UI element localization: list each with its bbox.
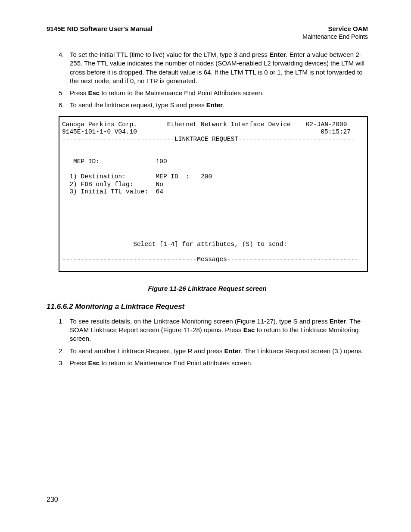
figure-caption: Figure 11-26 Linktrace Request screen bbox=[47, 285, 368, 292]
step-item: 5. Press Esc to return to the Maintenanc… bbox=[59, 89, 368, 97]
step-number: 2. bbox=[59, 347, 64, 355]
step-number: 3. bbox=[59, 359, 64, 367]
keycap: Esc bbox=[88, 89, 100, 96]
step-text: . The Linktrace Request screen (3.) open… bbox=[241, 347, 363, 355]
page-header: 9145E NID Software User's Manual Service… bbox=[47, 25, 368, 40]
term-opt2-val: No bbox=[156, 181, 163, 188]
step-number: 4. bbox=[59, 50, 64, 59]
step-text: . bbox=[223, 101, 224, 109]
terminal-screenshot: Canoga Perkins Corp. Ethernet Network In… bbox=[59, 116, 368, 272]
step-number: 5. bbox=[59, 89, 64, 97]
content-block: 4. To set the Initial TTL (time to live)… bbox=[47, 50, 368, 367]
term-mep-label: MEP ID: bbox=[73, 158, 100, 165]
keycap: Enter bbox=[206, 101, 223, 109]
keycap: Enter bbox=[330, 317, 346, 325]
term-date: 02-JAN-2009 bbox=[306, 121, 347, 128]
step-text: To send the linktrace request, type S an… bbox=[70, 101, 206, 109]
step-text: to return to the Maintenance End Point A… bbox=[100, 89, 264, 96]
term-time: 05:15:27 bbox=[321, 128, 351, 135]
step-text: Press bbox=[70, 359, 88, 367]
step-text: To set the Initial TTL (time to live) va… bbox=[70, 51, 269, 58]
term-opt3-val: 64 bbox=[156, 188, 163, 195]
term-opt3: 3) Initial TTL value: bbox=[69, 188, 148, 195]
header-right: Service OAM Maintenance End Points bbox=[302, 25, 368, 40]
term-opt2: 2) FDB only flag: bbox=[69, 181, 133, 188]
term-company: Canoga Perkins Corp. bbox=[62, 121, 137, 128]
keycap: Enter bbox=[269, 51, 286, 58]
step-item: 3. Press Esc to return to Maintenance En… bbox=[59, 359, 368, 367]
term-device: Ethernet Network Interface Device bbox=[167, 121, 291, 128]
header-section: Service OAM bbox=[302, 25, 368, 32]
term-mep-value: 100 bbox=[156, 158, 167, 165]
page-number: 230 bbox=[47, 496, 58, 504]
term-opt1-val: MEP ID : 200 bbox=[156, 173, 212, 180]
step-text: to return to Maintenance End Point attri… bbox=[100, 359, 252, 367]
step-item: 1. To see results details, on the Linktr… bbox=[59, 317, 368, 343]
step-item: 4. To set the Initial TTL (time to live)… bbox=[59, 50, 368, 85]
header-title-left: 9145E NID Software User's Manual bbox=[47, 25, 153, 40]
keycap: Enter bbox=[224, 347, 241, 355]
step-text: To see results details, on the Linktrace… bbox=[70, 317, 330, 325]
section-heading: 11.6.6.2 Monitoring a Linktrace Request bbox=[47, 302, 368, 311]
step-number: 1. bbox=[59, 317, 64, 326]
step-text: Press bbox=[70, 89, 88, 96]
step-text: To send another Linktrace Request, type … bbox=[70, 347, 224, 355]
term-msg-line: ------------------------------------Mess… bbox=[62, 256, 358, 263]
step-item: 2. To send another Linktrace Request, ty… bbox=[59, 347, 368, 355]
term-opt1: 1) Destination: bbox=[69, 173, 126, 180]
steps-list-b: 1. To see results details, on the Linktr… bbox=[47, 317, 368, 367]
steps-list-a: 4. To set the Initial TTL (time to live)… bbox=[47, 50, 368, 110]
step-item: 6. To send the linktrace request, type S… bbox=[59, 101, 368, 109]
step-number: 6. bbox=[59, 101, 64, 109]
header-subsection: Maintenance End Points bbox=[302, 33, 368, 40]
term-model: 9145E-101-1-0 V04.10 bbox=[62, 128, 137, 135]
term-prompt: Select [1-4] for attributes, (S) to send… bbox=[133, 241, 287, 248]
keycap: Esc bbox=[88, 359, 100, 367]
document-page: 9145E NID Software User's Manual Service… bbox=[0, 0, 411, 367]
keycap: Esc bbox=[243, 326, 255, 333]
term-title-line: ------------------------------LINKTRACE … bbox=[62, 136, 355, 143]
